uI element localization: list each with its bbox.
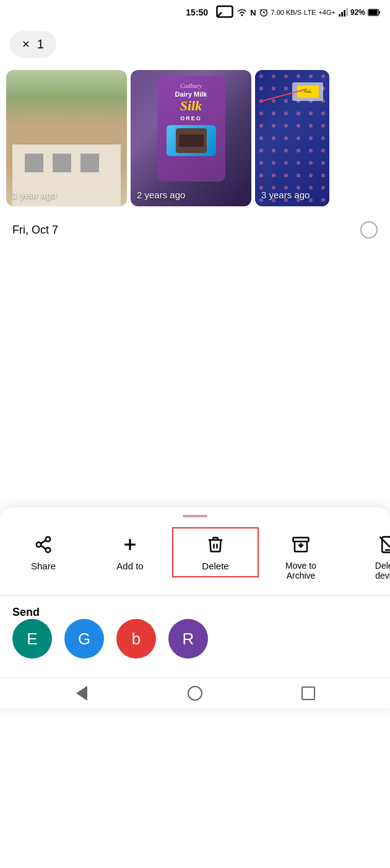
lte-icon: LTE bbox=[304, 9, 316, 16]
contact-b[interactable]: b bbox=[116, 619, 156, 659]
status-time: 15:50 bbox=[186, 7, 208, 17]
back-triangle-icon bbox=[76, 686, 87, 701]
svg-rect-6 bbox=[341, 12, 343, 16]
share-icon bbox=[34, 535, 53, 554]
date-select-circle[interactable] bbox=[360, 221, 378, 239]
main-content bbox=[0, 247, 390, 507]
home-circle-icon bbox=[188, 686, 202, 701]
n-icon: N bbox=[250, 8, 256, 17]
message-icon bbox=[215, 3, 234, 22]
home-button[interactable] bbox=[183, 681, 207, 706]
device-delete-icon bbox=[378, 535, 390, 554]
svg-rect-8 bbox=[346, 8, 348, 17]
signal-icon bbox=[338, 7, 348, 17]
memories-row: 1 year ago Cadbury Dairy Milk Silk OREO … bbox=[0, 64, 390, 213]
svg-point-13 bbox=[37, 542, 41, 547]
device-delete-icon-container bbox=[376, 533, 390, 556]
actions-row: Share Add to De bbox=[0, 522, 390, 595]
avatar-b: b bbox=[116, 619, 156, 659]
archive-icon-container bbox=[290, 533, 312, 556]
wifi-icon bbox=[236, 7, 248, 18]
avatar-r: R bbox=[168, 619, 208, 659]
memory-label-2: 2 years ago bbox=[137, 190, 185, 200]
battery-percent: 92% bbox=[350, 8, 365, 17]
trash-icon-container bbox=[204, 533, 227, 556]
action-add-to[interactable]: Add to bbox=[87, 528, 173, 576]
close-icon: × bbox=[22, 37, 30, 51]
memory-card-3[interactable]: TAG 3 years ago bbox=[255, 70, 329, 206]
svg-rect-11 bbox=[369, 10, 378, 15]
avatar-e: E bbox=[12, 619, 52, 659]
add-to-label: Add to bbox=[116, 561, 143, 571]
status-bar: 15:50 N 7.00 KB/S LTE +4G+ bbox=[0, 0, 390, 25]
svg-point-1 bbox=[241, 14, 243, 16]
svg-point-14 bbox=[46, 548, 51, 553]
svg-line-15 bbox=[41, 540, 46, 543]
bottom-sheet: Share Add to De bbox=[0, 507, 390, 708]
recent-apps-button[interactable] bbox=[296, 681, 321, 706]
archive-icon bbox=[292, 535, 310, 554]
trash-icon bbox=[206, 535, 225, 554]
handle-bar bbox=[183, 515, 207, 517]
date-row: Fri, Oct 7 bbox=[0, 213, 390, 247]
action-move-to-archive[interactable]: Move toArchive bbox=[258, 528, 344, 585]
send-section: Send E G b R bbox=[0, 596, 390, 671]
top-bar: × 1 bbox=[0, 25, 390, 64]
share-label: Share bbox=[31, 561, 56, 571]
svg-point-12 bbox=[46, 537, 51, 542]
back-button[interactable] bbox=[69, 681, 94, 706]
network-gen: +4G+ bbox=[318, 9, 336, 16]
svg-line-16 bbox=[41, 546, 46, 549]
memory-card-1[interactable]: 1 year ago bbox=[6, 70, 127, 206]
contact-r[interactable]: R bbox=[168, 619, 208, 659]
send-contacts: E G b R bbox=[12, 619, 378, 659]
close-selection-button[interactable]: × 1 bbox=[10, 31, 56, 58]
avatar-g: G bbox=[64, 619, 104, 659]
status-icons: N 7.00 KB/S LTE +4G+ 92% bbox=[215, 3, 380, 22]
action-delete[interactable]: Delete bbox=[172, 527, 259, 577]
svg-rect-7 bbox=[344, 10, 345, 17]
nav-bar bbox=[0, 677, 390, 708]
svg-rect-5 bbox=[339, 14, 340, 17]
svg-rect-21 bbox=[293, 538, 309, 541]
alarm-icon bbox=[259, 7, 269, 17]
action-share[interactable]: Share bbox=[0, 528, 87, 576]
network-speed: 7.00 KB/S bbox=[271, 9, 302, 16]
date-label: Fri, Oct 7 bbox=[12, 224, 58, 237]
memory-label-1: 1 year ago bbox=[12, 190, 56, 200]
recent-apps-icon bbox=[301, 686, 315, 700]
add-icon-container bbox=[119, 533, 141, 556]
move-to-archive-label: Move toArchive bbox=[285, 561, 316, 581]
svg-rect-10 bbox=[379, 11, 380, 14]
add-icon bbox=[121, 535, 139, 554]
memory-card-2[interactable]: Cadbury Dairy Milk Silk OREO 2 years ago bbox=[131, 70, 251, 206]
action-delete-device[interactable]: Deletedevi… bbox=[344, 528, 390, 585]
battery-icon bbox=[368, 9, 380, 16]
delete-label: Delete bbox=[202, 561, 228, 571]
sheet-handle bbox=[0, 507, 390, 522]
share-icon-container bbox=[32, 533, 54, 556]
delete-device-label: Deletedevi… bbox=[375, 561, 390, 581]
contact-e[interactable]: E bbox=[12, 619, 52, 659]
selection-count: 1 bbox=[37, 37, 44, 51]
send-title: Send bbox=[12, 606, 40, 618]
memory-label-3: 3 years ago bbox=[261, 190, 310, 200]
contact-g[interactable]: G bbox=[64, 619, 104, 659]
